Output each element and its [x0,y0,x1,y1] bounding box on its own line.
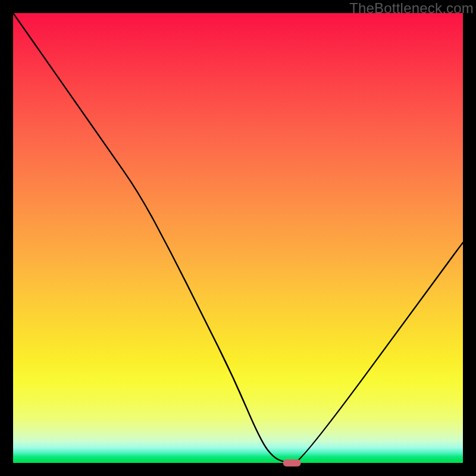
chart-frame: TheBottleneck.com [0,0,476,476]
optimal-marker [283,459,301,466]
watermark-text: TheBottleneck.com [349,0,474,17]
chart-overlay [13,13,463,463]
bottleneck-curve [13,13,463,463]
